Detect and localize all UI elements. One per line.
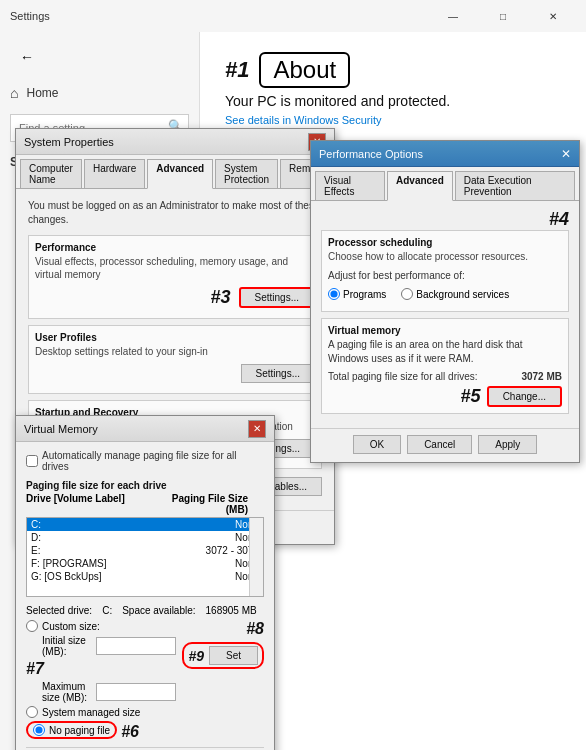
userprofiles-settings-row: Settings...: [35, 364, 315, 383]
background-radio[interactable]: Background services: [401, 288, 509, 300]
virtual-memory-title: Virtual memory: [328, 325, 562, 336]
drive-g-size: None: [151, 571, 259, 582]
drive-row-f[interactable]: F: [PROGRAMS] None: [27, 557, 263, 570]
tab-advanced[interactable]: Advanced: [147, 159, 213, 189]
close-button[interactable]: ✕: [530, 0, 576, 32]
auto-manage-label: Automatically manage paging file size fo…: [42, 450, 264, 472]
virmem-content: Automatically manage paging file size fo…: [16, 442, 274, 750]
step6-label: #6: [121, 723, 139, 741]
userprofiles-section-desc: Desktop settings related to your sign-in: [35, 345, 315, 358]
initial-size-row: Initial size (MB):: [42, 635, 176, 657]
step4-label: #4: [549, 209, 569, 230]
perfopt-title: Performance Options: [319, 148, 423, 160]
auto-manage-checkbox[interactable]: [26, 455, 38, 467]
programs-radio[interactable]: Programs: [328, 288, 386, 300]
max-size-input[interactable]: [96, 683, 176, 701]
initial-size-label: Initial size (MB):: [42, 635, 92, 657]
tab-computer-name[interactable]: Computer Name: [20, 159, 82, 188]
back-icon: ←: [20, 49, 34, 65]
settings-titlebar: Settings — □ ✕: [0, 0, 586, 32]
drive-row-g[interactable]: G: [OS BckUps] None: [27, 570, 263, 583]
virtual-memory-dialog: Virtual Memory ✕ Automatically manage pa…: [15, 415, 275, 750]
drive-g-label: G: [OS BckUps]: [31, 571, 151, 582]
perfopt-footer: OK Cancel Apply: [311, 428, 579, 462]
about-protected-text: Your PC is monitored and protected.: [225, 93, 561, 109]
system-managed-radio[interactable]: System managed size: [26, 706, 176, 718]
sysprops-title: System Properties: [24, 136, 114, 148]
perf-tab-advanced[interactable]: Advanced: [387, 171, 453, 201]
perfopt-titlebar: Performance Options ✕: [311, 141, 579, 167]
step7-label: #7: [26, 660, 44, 678]
home-icon: ⌂: [10, 85, 18, 101]
perf-settings-row: #3 Settings...: [35, 287, 315, 308]
drive-row-e[interactable]: E: 3072 - 3072: [27, 544, 263, 557]
total-paging-row: Total paging file size for all drives: 3…: [328, 371, 562, 382]
perfopt-content: #4 Processor scheduling Choose how to al…: [311, 201, 579, 428]
step5-label: #5: [461, 386, 481, 407]
settings-title: Settings: [10, 10, 50, 22]
drive-e-size: 3072 - 3072: [151, 545, 259, 556]
userprofiles-settings-button[interactable]: Settings...: [241, 364, 315, 383]
tab-system-protection[interactable]: System Protection: [215, 159, 278, 188]
step8-label: #8: [246, 620, 264, 638]
virmem-close[interactable]: ✕: [248, 420, 266, 438]
performance-section-title: Performance: [35, 242, 315, 253]
about-title: About: [273, 56, 336, 83]
about-header-row: #1 About: [225, 52, 561, 88]
processor-title: Processor scheduling: [328, 237, 562, 248]
custom-size-label: Custom size:: [42, 621, 100, 632]
virmem-titlebar: Virtual Memory ✕: [16, 416, 274, 442]
perfopt-close[interactable]: ✕: [561, 147, 571, 161]
step3-label: #3: [211, 287, 231, 308]
performance-settings-button[interactable]: Settings...: [239, 287, 315, 308]
perf-tab-dep[interactable]: Data Execution Prevention: [455, 171, 575, 200]
adjust-label: Adjust for best performance of:: [328, 269, 562, 283]
paging-col-header: Paging File Size (MB): [147, 493, 264, 515]
perfopt-ok-button[interactable]: OK: [353, 435, 401, 454]
no-paging-radio[interactable]: No paging file: [26, 721, 117, 739]
change-button[interactable]: Change...: [487, 386, 562, 407]
perfopt-cancel-button[interactable]: Cancel: [407, 435, 472, 454]
vm-list-header: Drive [Volume Label] Paging File Size (M…: [26, 493, 264, 515]
paging-header: Paging file size for each drive: [26, 480, 264, 491]
perf-tab-visual[interactable]: Visual Effects: [315, 171, 385, 200]
tab-hardware[interactable]: Hardware: [84, 159, 145, 188]
initial-size-input[interactable]: [96, 637, 176, 655]
space-available-value: 168905 MB: [206, 605, 257, 616]
titlebar-controls: — □ ✕: [430, 0, 576, 32]
total-paging-label: Total paging file size for all drives:: [328, 371, 478, 382]
processor-desc: Choose how to allocate processor resourc…: [328, 250, 562, 263]
drive-d-label: D:: [31, 532, 151, 543]
minimize-button[interactable]: —: [430, 0, 476, 32]
size-options: Custom size: Initial size (MB): #7 Maxim…: [26, 620, 176, 742]
system-managed-label: System managed size: [42, 707, 140, 718]
max-size-row: Maximum size (MB):: [42, 681, 176, 703]
drive-row-c[interactable]: C: None: [27, 518, 263, 531]
selected-drive-label: Selected drive:: [26, 605, 92, 616]
home-label: Home: [26, 86, 58, 100]
selected-drive-value: C:: [102, 605, 112, 616]
sysprops-tabs: Computer Name Hardware Advanced System P…: [16, 155, 334, 189]
back-button[interactable]: ←: [13, 43, 41, 71]
drive-f-size: None: [151, 558, 259, 569]
maximize-button[interactable]: □: [480, 0, 526, 32]
drive-row-d[interactable]: D: None: [27, 531, 263, 544]
drive-col-header: Drive [Volume Label]: [26, 493, 147, 515]
custom-size-radio[interactable]: Custom size:: [26, 620, 176, 632]
no-paging-label: No paging file: [49, 725, 110, 736]
virmem-title: Virtual Memory: [24, 423, 98, 435]
step1-label: #1: [225, 57, 249, 83]
perfopt-apply-button[interactable]: Apply: [478, 435, 537, 454]
total-paging-value: 3072 MB: [521, 371, 562, 382]
userprofiles-section-title: User Profiles: [35, 332, 315, 343]
security-link[interactable]: See details in Windows Security: [225, 114, 561, 126]
home-nav-item[interactable]: ⌂ Home: [0, 77, 199, 109]
perf-radio-row: Programs Background services: [328, 288, 562, 300]
list-scrollbar[interactable]: [249, 518, 263, 596]
set-button[interactable]: Set: [209, 646, 258, 665]
performance-section-desc: Visual effects, processor scheduling, me…: [35, 255, 315, 281]
drives-list[interactable]: C: None D: None E: 3072 - 3072 F: [PROGR…: [26, 517, 264, 597]
drive-info-row: Selected drive: C: Space available: 1689…: [26, 605, 264, 616]
performance-options-dialog: Performance Options ✕ Visual Effects Adv…: [310, 140, 580, 463]
sysprops-admin-text: You must be logged on as an Administrato…: [28, 199, 322, 227]
